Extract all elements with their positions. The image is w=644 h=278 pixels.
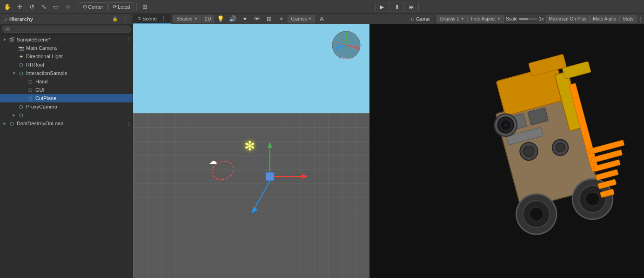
display-dropdown[interactable]: Display 1 ▼ xyxy=(437,15,468,23)
maximize-label: Maximize On Play xyxy=(549,16,587,21)
move-tool[interactable]: ✛ xyxy=(14,1,25,13)
tree-item-sample-scene[interactable]: 🎬 SampleScene* ⋮ xyxy=(0,35,133,44)
gameobj-icon-dont-destroy: ⬡ xyxy=(8,120,15,127)
axis-gizmo-svg: Persp xyxy=(330,29,362,61)
hand-tool[interactable]: ✋ xyxy=(2,1,13,13)
tree-item-interaction-sample[interactable]: ⬡ InteractionSample xyxy=(0,69,133,77)
transform-gizmo xyxy=(235,137,310,222)
gameobj-icon-gui: ⬡ xyxy=(27,87,34,93)
step-button[interactable]: ⏭ xyxy=(405,2,419,12)
play-button[interactable]: ▶ xyxy=(375,2,389,12)
transform-gizmo-svg xyxy=(235,137,310,221)
transform-tool[interactable]: ⊹ xyxy=(62,1,74,13)
maximize-on-play-btn[interactable]: Maximize On Play xyxy=(546,15,590,23)
tree-item-proxy-camera[interactable]: ⬡ ProxyCamera xyxy=(0,102,133,111)
pivot-label: Center xyxy=(88,4,103,10)
tree-item-main-camera[interactable]: 📷 Main Camera xyxy=(0,44,133,52)
light-icon-dir: ☀ xyxy=(18,53,24,60)
gameobj-icon-cut-plane: ⬡ xyxy=(27,95,34,102)
game-menu-btn[interactable]: ⋮ xyxy=(637,15,644,23)
hierarchy-title: Hierarchy xyxy=(9,16,108,22)
svg-marker-14 xyxy=(302,174,308,179)
tab-game[interactable]: Game xyxy=(407,14,435,24)
svg-line-15 xyxy=(254,181,270,210)
tree-arrow-cut-plane xyxy=(20,95,26,101)
viewports-row: Persp ✻ ☁ xyxy=(133,24,644,278)
tree-label-hand: Hand xyxy=(35,79,47,84)
scene-light-btn[interactable]: 💡 xyxy=(215,14,226,25)
tree-arrow-interaction-sample xyxy=(11,70,17,76)
scene-menu-btn[interactable]: ⋮ xyxy=(125,36,133,43)
mute-audio-btn[interactable]: Mute Audio xyxy=(590,15,619,23)
shading-dropdown[interactable]: Shaded ▼ xyxy=(173,15,201,23)
display-dropdown-arrow: ▼ xyxy=(461,17,464,21)
hierarchy-lock-btn[interactable]: 🔒 xyxy=(111,15,119,23)
tree-label-proxy-camera: ProxyCamera xyxy=(26,104,57,109)
hierarchy-search-bar xyxy=(0,24,133,34)
svg-rect-10 xyxy=(266,172,274,181)
gameobj-icon-unnamed: ⬡ xyxy=(18,112,24,118)
tree-item-hand[interactable]: ⬡ Hand xyxy=(0,77,133,86)
tree-arrow-dir-light xyxy=(11,54,17,59)
grid-button[interactable]: ⊞ xyxy=(139,1,150,13)
space-icon: ⟳ xyxy=(113,4,117,10)
tree-label-dont-destroy: DontDestroyOnLoad xyxy=(17,121,63,126)
tree-label-interaction-sample: InteractionSample xyxy=(26,70,67,76)
hierarchy-header: Hierarchy 🔒 ⋮ xyxy=(0,14,133,24)
axis-gizmo: Persp xyxy=(330,29,362,61)
svg-marker-16 xyxy=(252,207,258,213)
rect-tool[interactable]: ▭ xyxy=(50,1,61,13)
scene-tab-menu[interactable]: ⋮ xyxy=(161,15,166,22)
mute-label: Mute Audio xyxy=(593,16,616,21)
tree-item-cut-plane[interactable]: ⬡ CutPlane xyxy=(0,94,133,102)
tree-item-unnamed[interactable]: ⬡ xyxy=(0,111,133,119)
gameobj-icon-interaction: ⬡ xyxy=(18,70,24,76)
scene-grid-btn[interactable]: ⊞ xyxy=(263,14,275,25)
main-area: Hierarchy 🔒 ⋮ 🎬 SampleScene* ⋮ 📷 Main Ca… xyxy=(0,14,644,278)
tree-item-directional-light[interactable]: ☀ Directional Light xyxy=(0,52,133,61)
tree-item-rrroot[interactable]: ⬡ RRRoot xyxy=(0,61,133,69)
pivot-button[interactable]: ⊙ Center xyxy=(79,2,107,11)
hierarchy-menu-btn[interactable]: ⋮ xyxy=(121,15,129,23)
scene-viewport[interactable]: Persp ✻ ☁ xyxy=(133,24,369,278)
scale-tool[interactable]: ⤡ xyxy=(38,1,49,13)
pause-button[interactable]: ⏸ xyxy=(390,2,404,12)
tree-arrow-hand xyxy=(20,79,26,84)
game-viewport[interactable] xyxy=(369,24,644,278)
play-controls: ▶ ⏸ ⏭ xyxy=(375,2,419,12)
hierarchy-content: 🎬 SampleScene* ⋮ 📷 Main Camera ☀ Directi… xyxy=(0,34,133,278)
aspect-dropdown-arrow: ▼ xyxy=(497,17,501,21)
rotate-tool[interactable]: ↺ xyxy=(26,1,37,13)
separator-2 xyxy=(136,3,137,11)
shading-dropdown-arrow: ▼ xyxy=(194,17,198,21)
tree-label-gui: GUI xyxy=(35,87,45,93)
scene-tab-label: Scene xyxy=(142,16,157,21)
gizmos-dropdown[interactable]: Gizmos ▼ xyxy=(288,15,315,23)
tree-item-gui[interactable]: ⬡ GUI xyxy=(0,86,133,94)
tree-arrow-gui xyxy=(20,87,26,93)
svg-text:Persp: Persp xyxy=(342,56,351,61)
tab-scene[interactable]: Scene ⋮ xyxy=(133,14,171,24)
scene-icon-sample-scene: 🎬 xyxy=(8,36,15,43)
2d-toggle[interactable]: 2D xyxy=(202,15,215,23)
scale-control: Scale 1x xyxy=(504,16,546,21)
scene-hidden-btn[interactable]: 👁 xyxy=(251,14,262,25)
display-label: Display 1 xyxy=(440,16,459,21)
game-background xyxy=(370,24,644,278)
viewport-area: Scene ⋮ Shaded ▼ 2D 💡 🔊 ✦ 👁 ⊞ ⌖ Giz xyxy=(133,14,644,278)
scene-overlay-btn[interactable]: A xyxy=(316,14,327,25)
hierarchy-search-input[interactable] xyxy=(2,26,131,33)
space-button[interactable]: ⟳ Local xyxy=(108,2,134,11)
gizmos-dropdown-arrow: ▼ xyxy=(308,17,312,21)
game-tab-dot xyxy=(411,18,414,20)
aspect-dropdown[interactable]: Free Aspect ▼ xyxy=(468,15,504,23)
stats-label: Stats xyxy=(623,16,633,21)
dont-destroy-menu-btn[interactable]: ⋮ xyxy=(125,120,133,127)
scene-snap-btn[interactable]: ⌖ xyxy=(275,14,287,25)
scale-slider[interactable] xyxy=(519,18,537,20)
scene-audio-btn[interactable]: 🔊 xyxy=(227,14,238,25)
tree-item-dont-destroy[interactable]: ⬡ DontDestroyOnLoad ⋮ xyxy=(0,119,133,128)
scene-inner-toolbar: Shaded ▼ 2D 💡 🔊 ✦ 👁 ⊞ ⌖ Gizmos ▼ A xyxy=(171,14,406,24)
stats-btn[interactable]: Stats xyxy=(619,15,637,23)
scene-fx-btn[interactable]: ✦ xyxy=(239,14,250,25)
